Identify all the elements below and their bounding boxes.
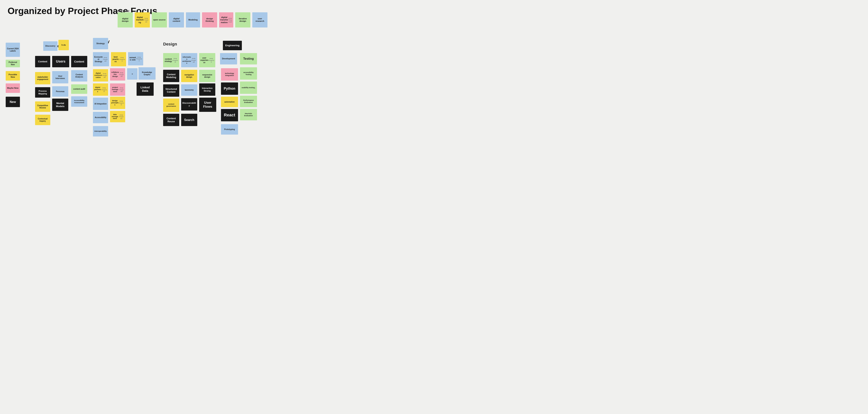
not-used-label: Not Used xyxy=(118,9,129,12)
sticky-design-thinking: design thinking xyxy=(202,12,217,28)
sticky-navigation-design: navigation design xyxy=(181,70,197,82)
sticky-modeling: Modeling xyxy=(186,12,200,28)
sticky-ecosystem-strategy: Ecosystem StrategyAndy Fitzgerald xyxy=(93,52,109,66)
sticky-user-research: user research xyxy=(252,12,268,28)
sticky-content-modeling: Content Modeling xyxy=(163,70,179,82)
sticky-discovery-y: h ds xyxy=(58,40,69,50)
legend-current: Current 2024 Labels xyxy=(6,43,20,57)
sticky-strategy-header: Strategy xyxy=(93,38,108,49)
sticky-content-strategy: content strategyAndy Fitzgerald xyxy=(163,53,179,67)
sticky-responsive-design: responsive design xyxy=(199,70,215,82)
sticky-mental-models: Mental Models xyxy=(52,99,68,111)
sticky-performance-eval: Performance Evaluation xyxy=(240,96,257,107)
sticky-data-management: data managementAndy Fitzgerald xyxy=(110,111,125,122)
legend-new: New xyxy=(6,97,20,107)
sticky-context: Context xyxy=(35,56,50,67)
sticky-taxonomy: taxonomy xyxy=(181,84,197,96)
sticky-engineering: Engineering xyxy=(223,41,242,50)
sticky-prototyping: Prototyping xyxy=(221,124,238,135)
sticky-strategy-n: n xyxy=(127,68,137,79)
sticky-personas: Personas xyxy=(52,86,68,97)
main-canvas: Organized by Project Phase Focus Not Use… xyxy=(0,0,434,207)
sticky-stakeholder: stakeholder engagement xyxy=(35,72,50,84)
sticky-digital-design: digital design xyxy=(118,12,133,28)
sticky-digital-marketing: digital marketingAndy Fitzgerald xyxy=(135,12,150,28)
sticky-tech-integration: technology integration xyxy=(221,68,238,81)
sticky-discoverability: Discoverability xyxy=(181,98,197,110)
sticky-digital-content: digital content xyxy=(169,12,184,28)
sticky-search: Search xyxy=(181,114,197,126)
sticky-user-interviews: User Interviews xyxy=(52,71,68,84)
sticky-heuristic-eval: Heuristic Evaluation xyxy=(240,109,257,120)
sticky-user-flows: User Flows xyxy=(199,98,216,112)
legend-possible: Possible New xyxy=(6,71,20,81)
legend-maybe: Maybe New xyxy=(6,84,20,93)
sticky-content-reuse: Content Reuse xyxy=(163,114,179,126)
sticky-interaction-design: Interaction Desing xyxy=(199,84,215,96)
sticky-digital-comm: digital communicationAndy Fitzgerald xyxy=(93,69,108,82)
sticky-contextual-inquiry: Contextual Inquiry xyxy=(35,115,50,125)
sticky-semantic-web: semantic webAndy Fitzgerald xyxy=(128,52,143,65)
sticky-knowledge-graphs: Knowledge Graphs xyxy=(138,67,156,79)
sticky-accessibility-assessment: Accessibility Assessment xyxy=(71,96,87,107)
sticky-content: Content xyxy=(71,56,87,67)
sticky-user-experience: user experienceAndy Fitzgerald xyxy=(199,53,215,67)
sticky-iterative-design: iterative design xyxy=(235,12,250,28)
sticky-accessibility: Accessibility xyxy=(93,112,108,123)
sticky-testing: Testing xyxy=(240,53,257,64)
sticky-project-management: project managementAndy Fitzgerald xyxy=(110,84,125,96)
legend-preferred: Preferred New xyxy=(6,60,20,67)
sticky-usability-testing: usability testingy xyxy=(240,82,257,94)
sticky-accessibility-testing: accessibility Testing xyxy=(240,67,257,79)
sticky-ai-integration: AI Integration xyxy=(93,98,108,110)
sticky-automation: automation xyxy=(221,97,238,107)
sticky-linked-data: Linked Data xyxy=(136,83,154,96)
sticky-discovery: Discovery xyxy=(43,41,58,51)
sticky-react: React xyxy=(221,109,238,121)
sticky-competitive-review: Competitive Review xyxy=(35,101,50,112)
sticky-open-source: open source xyxy=(152,12,167,28)
sticky-best-practices: best practicesAndy Fitzgerald xyxy=(111,52,126,66)
sticky-collaborative-design: collaborative designAndy Fitzgerald xyxy=(110,68,125,81)
sticky-info-arch: information architectureAndy Fitzgerald xyxy=(181,53,197,67)
sticky-python: Python xyxy=(221,83,238,95)
sticky-users: Users xyxy=(52,56,69,67)
sticky-content-analysis: Content Analysis xyxy=(71,70,87,82)
sticky-content-audit: content audit xyxy=(71,84,87,94)
sticky-digital-presence: digital presenceAndy Fitzgerald xyxy=(93,84,108,96)
sticky-design-principles: design principlesAndy Fitzgerald xyxy=(110,97,125,109)
sticky-development: Development xyxy=(220,53,237,64)
sticky-process-mapping: Process Mapping xyxy=(35,87,50,98)
sticky-content-governance: content governance xyxy=(163,99,179,112)
section-design: Design xyxy=(163,42,177,46)
sticky-structured-content: Structured Content xyxy=(163,84,179,97)
sticky-digital-transformation: digital transformationAndy Fitzgerald xyxy=(219,12,233,28)
sticky-interoperability: Interoperability xyxy=(93,126,108,136)
